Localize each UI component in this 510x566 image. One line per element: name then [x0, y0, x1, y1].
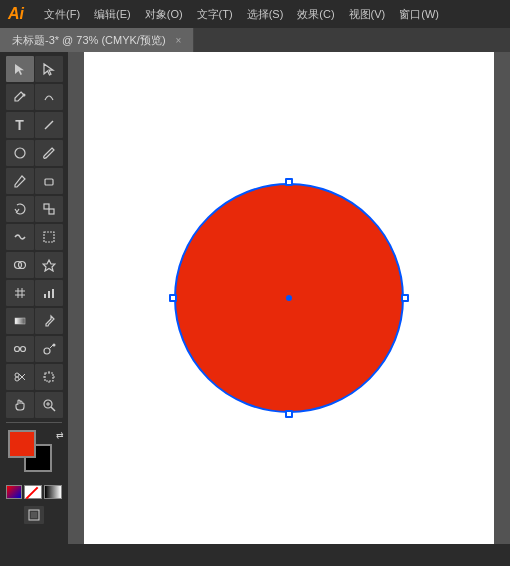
tool-row-hand	[6, 392, 63, 418]
none-color-button[interactable]	[24, 485, 42, 499]
tool-row-mesh	[6, 280, 63, 306]
tool-row-scissors	[6, 364, 63, 390]
color-mode-row	[6, 485, 62, 499]
canvas-page	[84, 52, 494, 544]
screen-mode-button[interactable]	[24, 506, 44, 524]
svg-point-2	[15, 148, 25, 158]
svg-rect-10	[48, 291, 50, 298]
menu-view[interactable]: 视图(V)	[343, 5, 392, 24]
svg-rect-11	[52, 289, 54, 298]
hand-tool[interactable]	[6, 392, 34, 418]
svg-line-28	[51, 407, 55, 411]
tab-title: 未标题-3* @ 73% (CMYK/预览)	[12, 33, 166, 48]
tool-row-rotate	[6, 196, 63, 222]
swap-colors-icon[interactable]: ⇄	[56, 430, 64, 440]
svg-point-0	[22, 94, 25, 97]
pencil-tool[interactable]	[6, 168, 34, 194]
tool-row-type: T	[6, 112, 63, 138]
document-tab[interactable]: 未标题-3* @ 73% (CMYK/预览) ×	[0, 28, 194, 52]
svg-rect-3	[45, 179, 53, 185]
rotate-tool[interactable]	[6, 196, 34, 222]
handle-top[interactable]	[285, 178, 293, 186]
tool-row-select	[6, 56, 63, 82]
eraser-tool[interactable]	[35, 168, 63, 194]
menu-file[interactable]: 文件(F)	[38, 5, 86, 24]
svg-point-13	[14, 347, 19, 352]
app-logo: Ai	[4, 5, 28, 23]
svg-point-14	[20, 347, 25, 352]
type-tool[interactable]: T	[6, 112, 34, 138]
symbol-sprayer-tool[interactable]	[35, 336, 63, 362]
warp-tool[interactable]	[6, 224, 34, 250]
view-mode-row	[24, 506, 44, 524]
main-area: T	[0, 52, 510, 544]
color-swatches: ⇄	[4, 430, 64, 482]
tool-row-warp	[6, 224, 63, 250]
zoom-tool[interactable]	[35, 392, 63, 418]
mesh-tool[interactable]	[6, 280, 34, 306]
selected-object[interactable]	[174, 183, 404, 413]
shape-builder-tool[interactable]	[6, 252, 34, 278]
scale-tool[interactable]	[35, 196, 63, 222]
tool-row-pen	[6, 84, 63, 110]
tool-row-blend	[6, 336, 63, 362]
blend-tool[interactable]	[6, 336, 34, 362]
gradient-tool[interactable]	[6, 308, 34, 334]
eyedropper-tool[interactable]	[35, 308, 63, 334]
menu-effect[interactable]: 效果(C)	[291, 5, 340, 24]
ellipse-tool[interactable]	[6, 140, 34, 166]
handle-bottom[interactable]	[285, 410, 293, 418]
gradient-swatch[interactable]	[44, 485, 62, 499]
svg-rect-9	[44, 294, 46, 298]
svg-line-1	[45, 121, 53, 129]
pen-tool[interactable]	[6, 84, 34, 110]
line-tool[interactable]	[35, 112, 63, 138]
select-tool[interactable]	[6, 56, 34, 82]
menu-edit[interactable]: 编辑(E)	[88, 5, 137, 24]
menu-window[interactable]: 窗口(W)	[393, 5, 445, 24]
canvas-area[interactable]	[68, 52, 510, 544]
tool-row-shapebuilder	[6, 252, 63, 278]
svg-rect-6	[44, 232, 54, 242]
svg-rect-22	[45, 373, 53, 381]
svg-point-19	[15, 377, 19, 381]
foreground-color-swatch[interactable]	[8, 430, 36, 458]
menu-bar: Ai 文件(F) 编辑(E) 对象(O) 文字(T) 选择(S) 效果(C) 视…	[0, 0, 510, 28]
live-paint-tool[interactable]	[35, 252, 63, 278]
toolbar-separator	[6, 422, 62, 423]
toolbar: T	[0, 52, 68, 544]
svg-point-17	[52, 344, 55, 347]
color-mode-button[interactable]	[6, 485, 22, 499]
tab-bar: 未标题-3* @ 73% (CMYK/预览) ×	[0, 28, 510, 52]
artboard-tool[interactable]	[35, 364, 63, 390]
svg-rect-5	[49, 209, 54, 214]
free-transform-tool[interactable]	[35, 224, 63, 250]
chart-tool[interactable]	[35, 280, 63, 306]
handle-right[interactable]	[401, 294, 409, 302]
scissors-tool[interactable]	[6, 364, 34, 390]
center-point	[286, 295, 292, 301]
tab-close-button[interactable]: ×	[176, 35, 182, 46]
menu-select[interactable]: 选择(S)	[241, 5, 290, 24]
svg-rect-32	[31, 512, 37, 518]
menu-text[interactable]: 文字(T)	[191, 5, 239, 24]
curvature-tool[interactable]	[35, 84, 63, 110]
paintbrush-tool[interactable]	[35, 140, 63, 166]
svg-rect-12	[15, 318, 25, 324]
svg-point-16	[44, 348, 50, 354]
svg-rect-4	[44, 204, 49, 209]
tool-row-shape	[6, 140, 63, 166]
bottom-bar	[0, 544, 510, 566]
tool-row-pencil	[6, 168, 63, 194]
svg-point-18	[15, 373, 19, 377]
direct-select-tool[interactable]	[35, 56, 63, 82]
handle-left[interactable]	[169, 294, 177, 302]
menu-object[interactable]: 对象(O)	[139, 5, 189, 24]
tool-row-gradient	[6, 308, 63, 334]
